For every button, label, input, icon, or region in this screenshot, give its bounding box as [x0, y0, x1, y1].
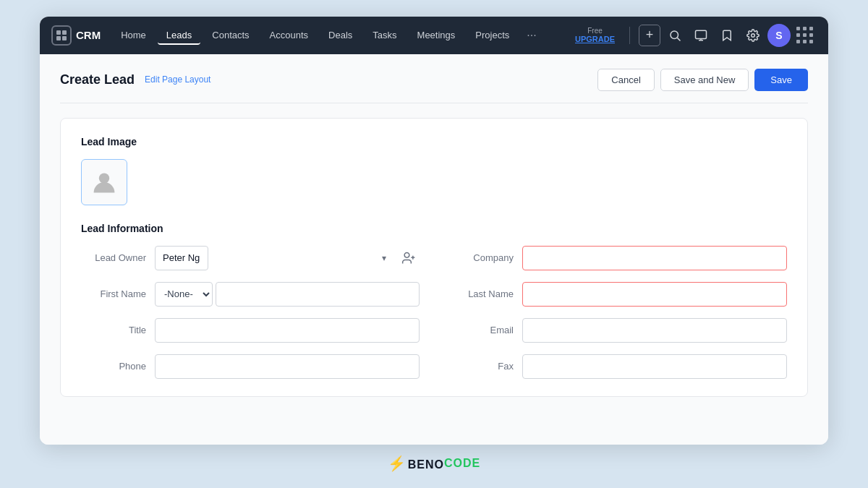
svg-point-9	[752, 33, 755, 37]
app-logo[interactable]: CRM	[51, 25, 101, 46]
grid-dot	[803, 27, 807, 30]
svg-point-4	[671, 31, 678, 39]
save-button[interactable]: Save	[754, 69, 808, 91]
grid-dot	[809, 33, 813, 37]
phone-label: Phone	[81, 361, 146, 372]
lead-owner-row: Lead Owner Peter Ng	[81, 246, 420, 270]
brand-code: CODE	[444, 457, 480, 470]
brand-beno: ⚡BENO	[388, 455, 444, 472]
grid-dot	[796, 33, 800, 37]
grid-dot	[803, 40, 807, 43]
lead-image-upload[interactable]	[81, 159, 127, 205]
title-input[interactable]	[155, 318, 420, 343]
free-label: Free	[587, 27, 603, 35]
svg-line-5	[677, 38, 680, 40]
edit-layout-link[interactable]: Edit Page Layout	[145, 74, 210, 85]
person-icon	[91, 169, 117, 195]
page-title: Create Lead	[60, 72, 135, 87]
page-header-left: Create Lead Edit Page Layout	[60, 72, 210, 87]
lead-owner-select[interactable]: Peter Ng	[155, 246, 208, 270]
search-button[interactable]	[663, 24, 686, 47]
gear-icon	[746, 29, 760, 42]
form-card: Lead Image Lead Information Lead Owner	[60, 118, 808, 397]
fax-input[interactable]	[522, 354, 787, 379]
svg-rect-2	[56, 36, 61, 40]
user-plus-icon	[401, 251, 416, 265]
settings-button[interactable]	[741, 24, 765, 47]
header-divider	[60, 103, 808, 103]
fax-label: Fax	[448, 361, 514, 372]
grid-dot	[809, 40, 813, 43]
nav-more-button[interactable]: ···	[521, 26, 542, 45]
nav-divider	[629, 27, 630, 44]
nav-item-home[interactable]: Home	[112, 25, 155, 45]
screen-button[interactable]	[689, 24, 712, 47]
title-label: Title	[81, 325, 146, 335]
nav-item-leads[interactable]: Leads	[158, 25, 200, 45]
lead-owner-label: Lead Owner	[81, 252, 146, 263]
apps-grid-button[interactable]	[793, 24, 817, 47]
title-row: Title	[81, 318, 420, 343]
first-name-group: -None- Mr. Ms. Mrs. Dr.	[155, 282, 420, 307]
nav-item-accounts[interactable]: Accounts	[261, 25, 317, 45]
add-button[interactable]: +	[639, 25, 660, 46]
phone-row: Phone	[81, 354, 420, 379]
company-input[interactable]	[522, 246, 787, 270]
owner-group: Peter Ng	[155, 246, 420, 270]
navbar: CRM Home Leads Contacts Accounts Deals T…	[40, 17, 828, 54]
svg-rect-0	[56, 30, 61, 35]
email-row: Email	[448, 318, 787, 343]
form-grid: Lead Owner Peter Ng	[81, 246, 787, 379]
phone-input[interactable]	[155, 354, 420, 379]
svg-rect-1	[62, 30, 67, 35]
svg-point-10	[99, 173, 109, 183]
fax-row: Fax	[448, 354, 787, 379]
upgrade-badge: Free UPGRADE	[575, 27, 615, 43]
first-name-input[interactable]	[216, 282, 420, 307]
header-actions: Cancel Save and New Save	[597, 69, 808, 91]
lead-info-label: Lead Information	[81, 223, 787, 234]
nav-item-projects[interactable]: Projects	[467, 25, 518, 45]
save-and-new-button[interactable]: Save and New	[660, 69, 749, 91]
company-row: Company	[448, 246, 787, 270]
app-name: CRM	[76, 29, 101, 41]
salutation-select[interactable]: -None- Mr. Ms. Mrs. Dr.	[155, 282, 213, 307]
cancel-button[interactable]: Cancel	[597, 69, 654, 91]
svg-rect-6	[696, 30, 707, 38]
first-name-row: First Name -None- Mr. Ms. Mrs. Dr.	[81, 282, 420, 307]
nav-item-tasks[interactable]: Tasks	[364, 25, 405, 45]
user-avatar[interactable]: S	[767, 24, 791, 47]
page-header: Create Lead Edit Page Layout Cancel Save…	[60, 69, 808, 91]
screen-icon	[694, 29, 707, 42]
nav-item-deals[interactable]: Deals	[320, 25, 361, 45]
grid-dot	[796, 27, 800, 30]
grid-dot	[803, 33, 807, 37]
bookmark-button[interactable]	[715, 24, 739, 47]
add-owner-button[interactable]	[398, 247, 420, 269]
email-input[interactable]	[522, 318, 787, 343]
svg-rect-3	[62, 36, 67, 40]
nav-item-contacts[interactable]: Contacts	[203, 25, 258, 45]
lead-image-label: Lead Image	[81, 136, 787, 147]
first-name-label: First Name	[81, 288, 146, 299]
svg-point-11	[404, 252, 409, 257]
upgrade-link[interactable]: UPGRADE	[575, 35, 615, 43]
search-icon	[668, 29, 681, 42]
logo-icon	[51, 25, 72, 46]
grid-dot	[796, 40, 800, 43]
bookmark-icon	[720, 29, 733, 42]
last-name-input[interactable]	[522, 282, 787, 307]
grid-dot	[809, 27, 813, 30]
nav-item-meetings[interactable]: Meetings	[409, 25, 464, 45]
footer-brand: ⚡BENO CODE	[388, 455, 480, 472]
plus-icon: +	[646, 27, 654, 43]
email-label: Email	[448, 325, 514, 335]
last-name-label: Last Name	[448, 288, 514, 299]
lead-image-section: Lead Image	[81, 136, 787, 205]
company-label: Company	[448, 252, 514, 263]
main-content: Create Lead Edit Page Layout Cancel Save…	[40, 54, 828, 445]
owner-select-wrap: Peter Ng	[155, 246, 393, 270]
last-name-row: Last Name	[448, 282, 787, 307]
